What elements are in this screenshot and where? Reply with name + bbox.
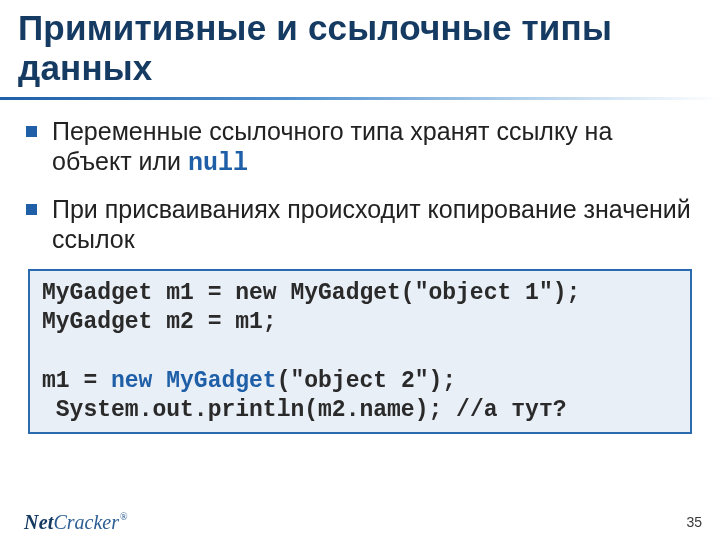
- brand-light: Cracker: [53, 511, 119, 533]
- brand-logo: NetCracker®: [24, 511, 128, 534]
- code-block: MyGadget m1 = new MyGadget("object 1"); …: [28, 269, 692, 434]
- code-line: m1 =: [42, 368, 111, 394]
- slide-body: Переменные ссылочного типа хранят ссылку…: [0, 100, 720, 434]
- slide: Примитивные и ссылочные типы данных Пере…: [0, 0, 720, 540]
- code-highlight: new MyGadget: [111, 368, 277, 394]
- page-number: 35: [686, 514, 702, 530]
- bullet-item: Переменные ссылочного типа хранят ссылку…: [26, 116, 694, 180]
- bullet-list: Переменные ссылочного типа хранят ссылку…: [26, 116, 694, 255]
- bullet-text: При присваиваниях происходит копирование…: [52, 195, 691, 254]
- brand-registered: ®: [120, 511, 128, 522]
- keyword-null: null: [188, 149, 248, 178]
- bullet-item: При присваиваниях происходит копирование…: [26, 194, 694, 255]
- code-line: MyGadget m1 = new MyGadget("object 1");: [42, 280, 580, 306]
- slide-title: Примитивные и ссылочные типы данных: [0, 0, 720, 93]
- bullet-text: Переменные ссылочного типа хранят ссылку…: [52, 117, 612, 176]
- code-line: ("object 2");: [277, 368, 456, 394]
- code-line: System.out.println(m2.name); //а тут?: [42, 397, 567, 423]
- brand-strong: Net: [24, 511, 53, 533]
- footer: NetCracker® 35: [0, 500, 720, 540]
- code-line: MyGadget m2 = m1;: [42, 309, 277, 335]
